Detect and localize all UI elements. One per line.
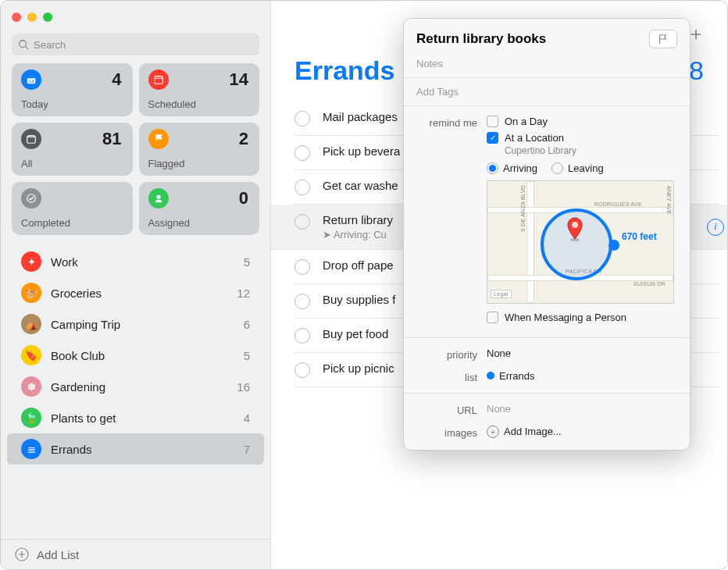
list-count: 12 — [237, 287, 250, 300]
complete-toggle[interactable] — [294, 259, 310, 275]
sidebar-list-book-club[interactable]: 🔖 Book Club 5 — [7, 340, 264, 371]
list-name: Groceries — [51, 287, 102, 300]
checkbox-checked-icon: ✓ — [487, 132, 498, 144]
list-count: 16 — [237, 380, 250, 394]
arriving-radio[interactable]: Arriving — [487, 162, 537, 174]
smart-list-count: 14 — [230, 69, 248, 90]
flag-button[interactable] — [649, 30, 677, 48]
list-field-label: list — [416, 370, 477, 383]
list-field-value[interactable]: Errands — [487, 370, 677, 383]
sidebar-list-camping-trip[interactable]: ⛺ Camping Trip 6 — [7, 308, 264, 340]
smart-list-icon — [148, 69, 169, 90]
list-icon: 🍃 — [21, 408, 41, 428]
smart-list-all[interactable]: 81 All — [12, 123, 133, 176]
complete-toggle[interactable] — [294, 180, 310, 195]
url-value[interactable]: None — [487, 403, 677, 416]
reminder-details-popover: Return library books Notes Add Tags remi… — [403, 18, 691, 451]
complete-toggle[interactable] — [294, 328, 310, 344]
list-count: 4 — [244, 411, 250, 425]
complete-toggle[interactable] — [294, 111, 310, 126]
svg-point-13 — [572, 222, 578, 228]
tags-field[interactable]: Add Tags — [404, 83, 690, 101]
priority-value[interactable]: None — [487, 347, 677, 361]
plus-circle-icon: + — [487, 426, 499, 438]
add-list-button[interactable]: Add List — [1, 539, 270, 569]
sidebar-list-gardening[interactable]: ✽ Gardening 16 — [7, 371, 264, 402]
smart-list-icon — [21, 129, 41, 149]
reminder-title: Pick up bevera — [323, 144, 400, 158]
close-window-button[interactable] — [12, 12, 21, 22]
list-title: Errands — [294, 55, 395, 86]
sidebar-list-work[interactable]: ✦ Work 5 — [7, 246, 264, 277]
plus-circle-icon — [15, 547, 29, 561]
svg-line-1 — [26, 47, 29, 50]
smart-list-flagged[interactable]: 2 Flagged — [139, 123, 260, 176]
sidebar-list-plants-to-get[interactable]: 🍃 Plants to get 4 — [7, 402, 264, 433]
list-icon: 🔖 — [21, 345, 41, 365]
priority-label: priority — [416, 347, 477, 361]
reminder-title: Get car washe — [323, 179, 398, 192]
reminder-subtitle: ➤ Arriving: Cu — [323, 229, 393, 240]
smart-list-icon — [148, 188, 169, 208]
notes-field[interactable]: Notes — [404, 55, 690, 73]
checkbox-icon — [487, 312, 498, 323]
on-a-day-checkbox[interactable]: On a Day — [487, 116, 677, 127]
smart-list-count: 4 — [112, 69, 121, 90]
smart-list-label: Scheduled — [148, 98, 251, 110]
my-lists: ✦ Work 5🧺 Groceries 12⛺ Camping Trip 6🔖 … — [1, 243, 270, 539]
popover-title[interactable]: Return library books — [416, 31, 546, 47]
svg-text:13: 13 — [29, 78, 34, 84]
minimize-window-button[interactable] — [27, 12, 37, 22]
smart-lists-grid: 13 4 Today 14 Scheduled 81 All 2 Flagged… — [1, 63, 270, 243]
search-input[interactable]: Search — [12, 34, 259, 55]
sidebar-list-groceries[interactable]: 🧺 Groceries 12 — [7, 277, 264, 308]
sidebar-list-errands[interactable]: ≣ Errands 7 — [7, 433, 264, 465]
geofence-handle[interactable] — [608, 240, 619, 251]
smart-list-assigned[interactable]: 0 Assigned — [139, 182, 260, 235]
radio-icon — [551, 162, 563, 174]
complete-toggle[interactable] — [294, 214, 310, 230]
smart-list-scheduled[interactable]: 14 Scheduled — [139, 63, 260, 116]
smart-list-completed[interactable]: Completed — [12, 182, 133, 235]
add-list-label: Add List — [37, 548, 79, 561]
checkbox-icon — [487, 116, 498, 127]
smart-list-label: Today — [21, 98, 123, 110]
list-count: 6 — [244, 318, 250, 331]
complete-toggle[interactable] — [294, 145, 310, 161]
map-pin-icon — [566, 216, 584, 235]
location-detail: Cupertino Library — [505, 145, 677, 156]
list-count: 7 — [244, 443, 250, 456]
reminder-title: Buy pet food — [323, 327, 388, 340]
at-location-checkbox[interactable]: ✓ At a Location — [487, 132, 677, 144]
leaving-radio[interactable]: Leaving — [551, 162, 604, 174]
search-icon — [18, 39, 29, 50]
window-controls — [1, 1, 270, 34]
complete-toggle[interactable] — [294, 362, 310, 378]
list-icon: ✦ — [21, 251, 41, 272]
list-icon: 🧺 — [21, 283, 41, 303]
reminder-title: Buy supplies f — [323, 293, 395, 306]
smart-list-label: Flagged — [148, 158, 251, 169]
info-button[interactable]: i — [707, 219, 724, 236]
radio-selected-icon — [487, 162, 498, 174]
list-count: 5 — [244, 349, 250, 362]
url-label: URL — [416, 403, 477, 416]
smart-list-label: All — [21, 158, 123, 169]
list-color-dot — [487, 372, 494, 379]
complete-toggle[interactable] — [294, 294, 310, 309]
add-image-button[interactable]: +Add Image... — [487, 426, 677, 439]
reminder-title: Drop off pape — [323, 258, 394, 272]
zoom-window-button[interactable] — [43, 12, 52, 22]
list-name: Work — [51, 255, 78, 269]
list-name: Gardening — [51, 380, 105, 394]
list-name: Errands — [51, 443, 92, 456]
smart-list-icon — [148, 129, 169, 149]
search-placeholder: Search — [34, 39, 66, 51]
smart-list-today[interactable]: 13 4 Today — [12, 63, 133, 116]
location-map[interactable]: S DE ANZA BLVD RODRIGUES AVE PACIFICA DR… — [487, 180, 674, 304]
list-name: Plants to get — [51, 411, 116, 425]
when-messaging-checkbox[interactable]: When Messaging a Person — [487, 312, 677, 323]
images-label: images — [416, 426, 477, 439]
smart-list-count: 0 — [239, 188, 248, 208]
smart-list-label: Completed — [21, 217, 123, 229]
